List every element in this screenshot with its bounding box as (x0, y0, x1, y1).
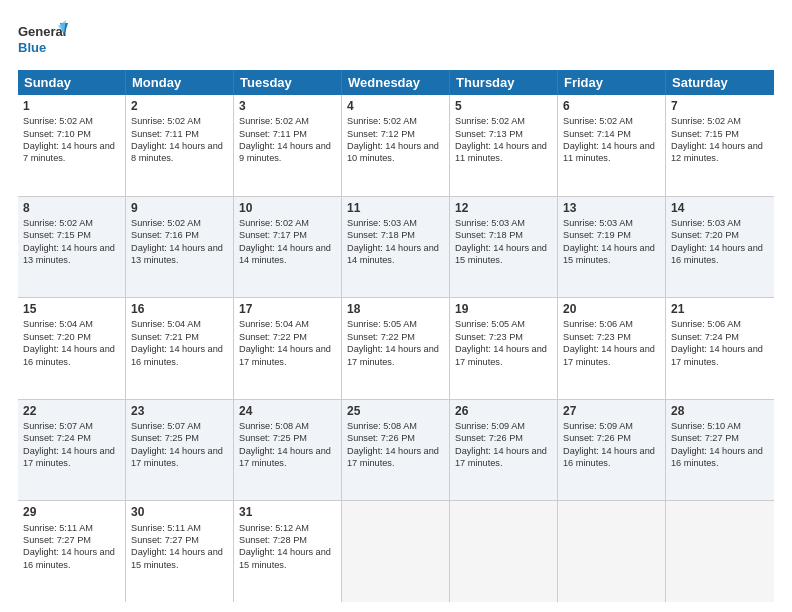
calendar-cell (450, 501, 558, 602)
calendar-cell: 25 Sunrise: 5:08 AM Sunset: 7:26 PM Dayl… (342, 400, 450, 501)
calendar-cell: 20 Sunrise: 5:06 AM Sunset: 7:23 PM Dayl… (558, 298, 666, 399)
header-cell-tuesday: Tuesday (234, 70, 342, 95)
day-number: 2 (131, 98, 228, 114)
daylight: Daylight: 14 hours and 12 minutes. (671, 141, 763, 163)
sunrise: Sunrise: 5:03 AM (455, 218, 525, 228)
daylight: Daylight: 14 hours and 16 minutes. (563, 446, 655, 468)
sunset: Sunset: 7:27 PM (671, 433, 739, 443)
header-cell-monday: Monday (126, 70, 234, 95)
day-number: 19 (455, 301, 552, 317)
sunrise: Sunrise: 5:02 AM (455, 116, 525, 126)
day-number: 23 (131, 403, 228, 419)
sunrise: Sunrise: 5:07 AM (23, 421, 93, 431)
sunrise: Sunrise: 5:04 AM (131, 319, 201, 329)
sunset: Sunset: 7:27 PM (23, 535, 91, 545)
daylight: Daylight: 14 hours and 15 minutes. (455, 243, 547, 265)
sunrise: Sunrise: 5:02 AM (239, 218, 309, 228)
daylight: Daylight: 14 hours and 16 minutes. (671, 243, 763, 265)
sunset: Sunset: 7:15 PM (23, 230, 91, 240)
sunset: Sunset: 7:11 PM (239, 129, 307, 139)
logo: General Blue (18, 18, 68, 60)
day-number: 21 (671, 301, 769, 317)
sunrise: Sunrise: 5:02 AM (131, 218, 201, 228)
daylight: Daylight: 14 hours and 7 minutes. (23, 141, 115, 163)
sunset: Sunset: 7:11 PM (131, 129, 199, 139)
sunset: Sunset: 7:19 PM (563, 230, 631, 240)
day-number: 5 (455, 98, 552, 114)
daylight: Daylight: 14 hours and 16 minutes. (131, 344, 223, 366)
sunset: Sunset: 7:10 PM (23, 129, 91, 139)
sunset: Sunset: 7:16 PM (131, 230, 199, 240)
daylight: Daylight: 14 hours and 13 minutes. (131, 243, 223, 265)
daylight: Daylight: 14 hours and 15 minutes. (239, 547, 331, 569)
daylight: Daylight: 14 hours and 17 minutes. (563, 344, 655, 366)
sunset: Sunset: 7:27 PM (131, 535, 199, 545)
sunset: Sunset: 7:22 PM (239, 332, 307, 342)
calendar-row-5: 29 Sunrise: 5:11 AM Sunset: 7:27 PM Dayl… (18, 501, 774, 602)
calendar-cell: 30 Sunrise: 5:11 AM Sunset: 7:27 PM Dayl… (126, 501, 234, 602)
calendar-cell (666, 501, 774, 602)
calendar-cell: 13 Sunrise: 5:03 AM Sunset: 7:19 PM Dayl… (558, 197, 666, 298)
calendar-cell: 28 Sunrise: 5:10 AM Sunset: 7:27 PM Dayl… (666, 400, 774, 501)
sunrise: Sunrise: 5:03 AM (671, 218, 741, 228)
sunrise: Sunrise: 5:09 AM (563, 421, 633, 431)
calendar-cell: 2 Sunrise: 5:02 AM Sunset: 7:11 PM Dayli… (126, 95, 234, 196)
sunrise: Sunrise: 5:02 AM (239, 116, 309, 126)
sunset: Sunset: 7:20 PM (671, 230, 739, 240)
sunrise: Sunrise: 5:06 AM (563, 319, 633, 329)
calendar: SundayMondayTuesdayWednesdayThursdayFrid… (18, 70, 774, 602)
calendar-cell: 7 Sunrise: 5:02 AM Sunset: 7:15 PM Dayli… (666, 95, 774, 196)
day-number: 16 (131, 301, 228, 317)
calendar-cell: 16 Sunrise: 5:04 AM Sunset: 7:21 PM Dayl… (126, 298, 234, 399)
calendar-cell (558, 501, 666, 602)
day-number: 31 (239, 504, 336, 520)
calendar-cell: 19 Sunrise: 5:05 AM Sunset: 7:23 PM Dayl… (450, 298, 558, 399)
calendar-cell: 17 Sunrise: 5:04 AM Sunset: 7:22 PM Dayl… (234, 298, 342, 399)
sunrise: Sunrise: 5:08 AM (347, 421, 417, 431)
sunset: Sunset: 7:24 PM (23, 433, 91, 443)
sunset: Sunset: 7:18 PM (455, 230, 523, 240)
day-number: 29 (23, 504, 120, 520)
daylight: Daylight: 14 hours and 17 minutes. (347, 344, 439, 366)
sunrise: Sunrise: 5:02 AM (671, 116, 741, 126)
calendar-row-2: 8 Sunrise: 5:02 AM Sunset: 7:15 PM Dayli… (18, 197, 774, 299)
sunrise: Sunrise: 5:02 AM (131, 116, 201, 126)
day-number: 26 (455, 403, 552, 419)
header-cell-saturday: Saturday (666, 70, 774, 95)
day-number: 10 (239, 200, 336, 216)
sunrise: Sunrise: 5:12 AM (239, 523, 309, 533)
daylight: Daylight: 14 hours and 17 minutes. (455, 446, 547, 468)
sunset: Sunset: 7:17 PM (239, 230, 307, 240)
day-number: 9 (131, 200, 228, 216)
day-number: 18 (347, 301, 444, 317)
svg-text:Blue: Blue (18, 40, 46, 55)
header-cell-wednesday: Wednesday (342, 70, 450, 95)
calendar-cell: 11 Sunrise: 5:03 AM Sunset: 7:18 PM Dayl… (342, 197, 450, 298)
day-number: 22 (23, 403, 120, 419)
day-number: 15 (23, 301, 120, 317)
sunset: Sunset: 7:26 PM (347, 433, 415, 443)
calendar-cell: 22 Sunrise: 5:07 AM Sunset: 7:24 PM Dayl… (18, 400, 126, 501)
daylight: Daylight: 14 hours and 17 minutes. (239, 446, 331, 468)
sunset: Sunset: 7:14 PM (563, 129, 631, 139)
daylight: Daylight: 14 hours and 17 minutes. (671, 344, 763, 366)
calendar-cell: 3 Sunrise: 5:02 AM Sunset: 7:11 PM Dayli… (234, 95, 342, 196)
day-number: 17 (239, 301, 336, 317)
sunset: Sunset: 7:25 PM (131, 433, 199, 443)
calendar-cell: 27 Sunrise: 5:09 AM Sunset: 7:26 PM Dayl… (558, 400, 666, 501)
sunset: Sunset: 7:26 PM (455, 433, 523, 443)
day-number: 25 (347, 403, 444, 419)
sunrise: Sunrise: 5:05 AM (455, 319, 525, 329)
day-number: 20 (563, 301, 660, 317)
calendar-cell (342, 501, 450, 602)
calendar-cell: 29 Sunrise: 5:11 AM Sunset: 7:27 PM Dayl… (18, 501, 126, 602)
calendar-cell: 21 Sunrise: 5:06 AM Sunset: 7:24 PM Dayl… (666, 298, 774, 399)
day-number: 11 (347, 200, 444, 216)
calendar-row-4: 22 Sunrise: 5:07 AM Sunset: 7:24 PM Dayl… (18, 400, 774, 502)
sunrise: Sunrise: 5:11 AM (131, 523, 201, 533)
sunrise: Sunrise: 5:05 AM (347, 319, 417, 329)
sunset: Sunset: 7:28 PM (239, 535, 307, 545)
day-number: 14 (671, 200, 769, 216)
logo-icon: General Blue (18, 18, 68, 60)
sunrise: Sunrise: 5:02 AM (23, 116, 93, 126)
